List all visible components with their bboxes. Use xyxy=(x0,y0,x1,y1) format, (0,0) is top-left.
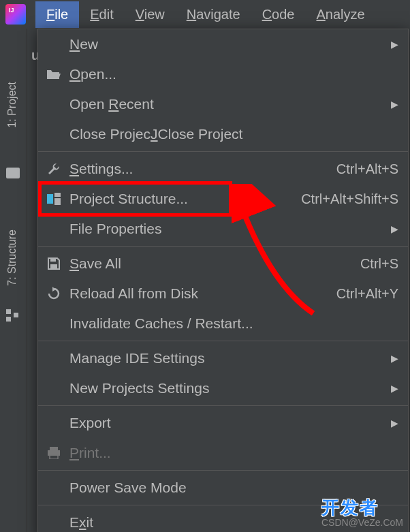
submenu-arrow-icon: ▶ xyxy=(391,39,398,50)
menu-item-label: Manage IDE Settings xyxy=(69,350,391,366)
menu-item-project-structure[interactable]: Project Structure...Ctrl+Alt+Shift+S xyxy=(38,184,408,214)
menu-shortcut: Ctrl+Alt+Shift+S xyxy=(301,191,398,207)
watermark-text-en: CSDN@VeZe.CoM xyxy=(321,517,403,528)
blank-icon xyxy=(45,97,63,112)
app-icon: IJ xyxy=(5,4,26,25)
menu-item-label: Open... xyxy=(69,66,398,82)
file-menu-dropdown: New▶Open...Open Recent▶Close ProjecJClos… xyxy=(37,29,409,532)
menu-item-label: Reload All from Disk xyxy=(69,285,336,302)
blank-icon xyxy=(45,515,63,530)
svg-rect-5 xyxy=(54,198,61,205)
menu-navigate[interactable]: Navigate xyxy=(176,1,251,28)
project-structure-icon xyxy=(45,191,63,206)
svg-rect-4 xyxy=(54,193,61,197)
submenu-arrow-icon: ▶ xyxy=(391,99,398,110)
watermark-text-cn: 开发者 xyxy=(321,496,403,520)
watermark: 开发者 CSDN@VeZe.CoM xyxy=(321,496,403,528)
menu-item-label: Open Recent xyxy=(69,96,391,112)
reload-icon xyxy=(45,286,63,301)
menu-item-label: Close ProjecJClose Project xyxy=(69,126,398,142)
blank-icon xyxy=(45,316,63,331)
wrench-icon xyxy=(45,161,63,176)
submenu-arrow-icon: ▶ xyxy=(391,383,398,394)
menu-item-label: Power Save Mode xyxy=(69,480,398,496)
menu-edit[interactable]: Edit xyxy=(79,1,124,28)
print-icon xyxy=(45,445,63,460)
menu-separator xyxy=(38,151,408,152)
menu-separator xyxy=(38,341,408,341)
sidebar-tab-structure[interactable]: 7: Structure xyxy=(6,230,18,286)
submenu-arrow-icon: ▶ xyxy=(391,418,398,428)
menu-item-new[interactable]: New▶ xyxy=(38,29,408,59)
menu-item-label: Invalidate Caches / Restart... xyxy=(69,315,398,332)
menu-item-settings[interactable]: Settings...Ctrl+Alt+S xyxy=(38,154,408,184)
menu-item-open-recent[interactable]: Open Recent▶ xyxy=(38,89,408,119)
folder-icon[interactable] xyxy=(6,168,20,178)
blank-icon xyxy=(45,351,63,366)
menu-item-label: Save All xyxy=(69,255,360,272)
svg-rect-1 xyxy=(6,317,11,322)
sidebar-tab-project[interactable]: 1: Project xyxy=(6,82,18,128)
blank-icon xyxy=(45,37,63,52)
menu-code[interactable]: Code xyxy=(251,1,306,28)
menu-item-invalidate-caches-restart[interactable]: Invalidate Caches / Restart... xyxy=(38,309,408,339)
menu-item-new-projects-settings[interactable]: New Projects Settings▶ xyxy=(38,373,408,403)
save-icon xyxy=(45,256,63,271)
blank-icon xyxy=(45,416,63,431)
menu-separator xyxy=(38,405,408,406)
menu-file[interactable]: File xyxy=(35,1,79,28)
menu-item-close-project[interactable]: Close ProjecJClose Project xyxy=(38,119,408,149)
menu-separator xyxy=(38,246,408,247)
menu-separator xyxy=(38,470,408,471)
menu-analyze[interactable]: Analyze xyxy=(305,1,375,28)
svg-rect-6 xyxy=(50,258,56,262)
blank-icon xyxy=(45,381,63,396)
blank-icon xyxy=(45,480,63,495)
blank-icon xyxy=(45,127,63,142)
menu-item-label: File Properties xyxy=(69,221,391,237)
menu-shortcut: Ctrl+S xyxy=(360,256,398,272)
menubar: IJ FileEditViewNavigateCodeAnalyze xyxy=(0,0,410,29)
svg-marker-8 xyxy=(52,287,56,292)
menu-item-save-all[interactable]: Save AllCtrl+S xyxy=(38,249,408,279)
menu-item-label: New Projects Settings xyxy=(69,380,391,396)
menu-item-print: Print... xyxy=(38,438,408,468)
menu-item-label: New xyxy=(69,36,391,52)
svg-rect-9 xyxy=(50,447,58,450)
menu-item-manage-ide-settings[interactable]: Manage IDE Settings▶ xyxy=(38,343,408,373)
menu-item-open[interactable]: Open... xyxy=(38,59,408,89)
left-sidebar: 1: Project 7: Structure xyxy=(0,29,27,532)
folder-open-icon xyxy=(45,67,63,82)
structure-icon[interactable] xyxy=(6,309,18,325)
svg-rect-3 xyxy=(47,194,53,204)
submenu-arrow-icon: ▶ xyxy=(391,223,398,234)
menu-item-label: Print... xyxy=(69,445,398,461)
menu-shortcut: Ctrl+Alt+S xyxy=(336,161,398,177)
menu-item-label: Export xyxy=(69,415,391,431)
menu-view[interactable]: View xyxy=(125,1,176,28)
menu-item-reload-all-from-disk[interactable]: Reload All from DiskCtrl+Alt+Y xyxy=(38,279,408,309)
menu-item-label: Project Structure... xyxy=(69,191,301,207)
menu-item-export[interactable]: Export▶ xyxy=(38,408,408,438)
menu-item-file-properties[interactable]: File Properties▶ xyxy=(38,214,408,244)
svg-rect-7 xyxy=(50,264,57,269)
svg-rect-0 xyxy=(6,309,11,314)
menu-shortcut: Ctrl+Alt+Y xyxy=(336,286,398,302)
submenu-arrow-icon: ▶ xyxy=(391,353,398,364)
svg-rect-2 xyxy=(14,313,18,317)
menu-item-label: Settings... xyxy=(69,161,336,177)
blank-icon xyxy=(45,221,63,236)
